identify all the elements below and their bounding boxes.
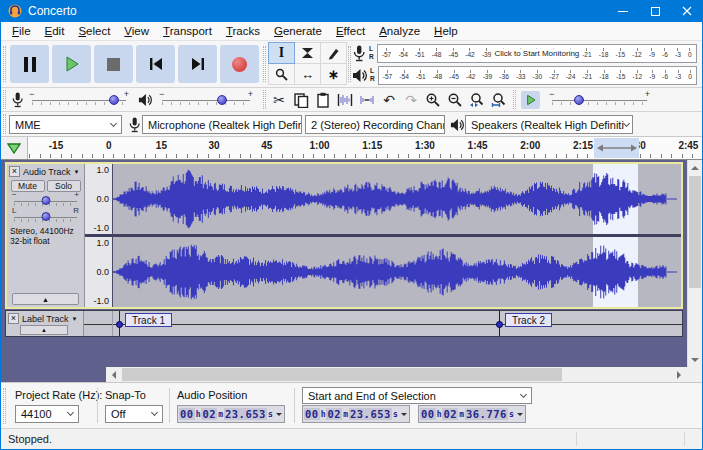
track-menu-dropdown-icon[interactable]: ▼ [74,169,80,175]
selection-tool-button[interactable]: I [268,42,295,64]
envelope-tool-button[interactable] [294,42,321,64]
scroll-left-button[interactable] [106,367,121,382]
vertical-scrollbar[interactable] [687,160,702,367]
toolbar-gripper[interactable] [513,90,516,108]
cut-button[interactable]: ✂ [269,90,289,110]
meter-tick: -45 [449,70,459,81]
label-pin-icon[interactable] [496,321,503,328]
pinned-play-head-control[interactable] [1,137,28,159]
playback-device-select[interactable]: Speakers (Realtek High Definiti [465,115,633,134]
slider-thumb[interactable] [217,95,227,105]
label-pin-icon[interactable] [116,321,123,328]
close-button[interactable] [671,0,703,22]
track-title[interactable]: Audio Track [23,167,71,177]
toolbar-gripper[interactable] [348,46,351,83]
multi-tool-button[interactable]: ∗ [320,63,347,85]
horizontal-scrollbar[interactable] [106,367,686,382]
redo-button[interactable]: ↷ [401,90,421,110]
zoom-to-selection-button[interactable] [467,90,487,110]
toolbar-gripper[interactable] [3,90,6,108]
menu-item[interactable]: Select [71,23,117,39]
menu-item[interactable]: View [117,23,156,39]
slider-thumb[interactable] [41,212,50,221]
recording-volume-slider[interactable]: − + [27,91,131,109]
menu-item[interactable]: Generate [267,23,329,39]
close-track-button[interactable]: × [8,313,19,324]
toolbar-gripper[interactable] [3,46,6,83]
collapse-track-button[interactable]: ▲ [20,325,68,335]
scroll-right-button[interactable] [671,367,686,382]
field-dropdown-icon[interactable] [401,413,407,419]
timeline-selection-region[interactable] [594,138,639,158]
project-rate-select[interactable]: 44100 [15,405,79,423]
pause-button[interactable] [10,45,49,83]
playback-meter[interactable]: -57-54-51-48-45-42-39-36-33-30-27-24-21-… [378,66,697,85]
zoom-tool-button[interactable] [268,63,295,85]
undo-button[interactable]: ↶ [379,90,399,110]
recording-meter[interactable]: -57-54-51-48-45-42-39-36-33-30-27-24-21-… [377,44,697,63]
playback-volume-slider[interactable]: − + [157,91,255,109]
zoom-out-button[interactable] [445,90,465,110]
audio-position-field[interactable]: 00h02m23.653s [177,405,285,423]
slider-thumb[interactable] [41,196,50,205]
minimize-button[interactable] [607,0,639,22]
play-button[interactable] [52,45,91,83]
pan-slider[interactable]: L R [12,209,79,224]
skip-to-start-button[interactable] [136,45,175,83]
toolbar-gripper[interactable] [263,90,266,108]
record-button[interactable] [220,45,259,83]
copy-button[interactable] [291,90,311,110]
paste-button[interactable] [313,90,333,110]
recording-channels-select[interactable]: 2 (Stereo) Recording Channels [305,115,445,134]
collapse-track-button[interactable]: ▲ [12,293,79,305]
timeline-ruler[interactable]: -1501530451:001:151:301:452:002:152:302:… [1,137,702,160]
playback-speed-slider[interactable]: − + [547,91,652,109]
timeshift-tool-button[interactable]: ↔ [294,63,321,85]
horizontal-scrollbar-thumb[interactable] [122,368,562,381]
close-track-button[interactable]: × [9,166,20,177]
menu-item[interactable]: Tracks [219,23,267,39]
menu-item[interactable]: Help [427,23,465,39]
recording-device-select[interactable]: Microphone (Realtek High Defini [142,115,302,134]
field-dropdown-icon[interactable] [276,413,282,419]
stop-button[interactable] [94,45,133,83]
snap-to-select[interactable]: Off [105,405,163,423]
scroll-up-button[interactable] [688,160,702,175]
track-menu-dropdown-icon[interactable]: ▼ [72,316,78,322]
waveform-left-channel[interactable] [113,164,681,234]
selection-start-field[interactable]: 00h02m23.653s [302,405,410,423]
track-title[interactable]: Label Track [22,314,69,324]
slider-thumb[interactable] [574,95,584,105]
toolbar-gripper[interactable] [3,388,6,424]
menu-item[interactable]: Transport [156,23,219,39]
menu-item[interactable]: Edit [38,23,72,39]
scroll-down-button[interactable] [688,352,702,367]
trim-audio-button[interactable] [335,90,355,110]
fit-project-button[interactable] [489,90,509,110]
silence-audio-button[interactable] [357,90,377,110]
vertical-scale-ruler[interactable]: 1.00.0-1.0 1.00.0-1.0 [85,164,113,307]
draw-tool-button[interactable] [320,42,347,64]
menu-item[interactable]: Effect [329,23,372,39]
zoom-in-button[interactable] [423,90,443,110]
skip-to-end-button[interactable] [178,45,217,83]
selection-end-field[interactable]: 00h02m36.776s [418,405,526,423]
menu-item[interactable]: Analyze [372,23,427,39]
vertical-scrollbar-thumb[interactable] [689,176,701,288]
waveform-area[interactable] [113,164,681,307]
waveform-right-channel[interactable] [113,237,681,307]
maximize-button[interactable] [639,0,671,22]
toolbar-gripper[interactable] [263,46,266,83]
audio-host-select[interactable]: MME [9,115,122,134]
menu-item[interactable]: File [5,23,38,39]
toolbar-gripper[interactable] [3,114,6,133]
label-area[interactable]: Track 1 Track 2 [84,311,682,336]
play-at-speed-button[interactable] [521,91,540,109]
slider-thumb[interactable] [109,95,119,105]
monitoring-hint[interactable]: Click to Start Monitoring [491,49,582,58]
label-text-box[interactable]: Track 1 [125,313,172,327]
gain-slider[interactable]: − + [12,193,79,208]
selection-mode-select[interactable]: Start and End of Selection [302,387,532,404]
field-dropdown-icon[interactable] [517,413,523,419]
label-text-box[interactable]: Track 2 [505,313,552,327]
